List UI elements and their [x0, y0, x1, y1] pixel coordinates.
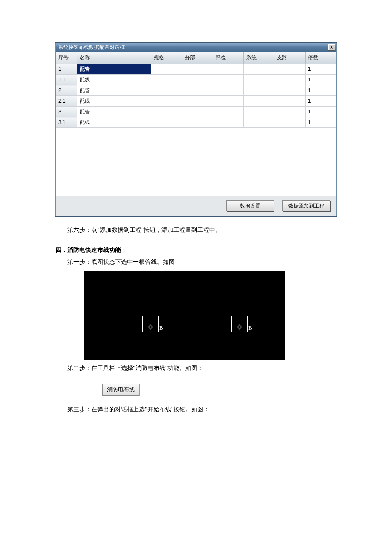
- table-row[interactable]: 3.1配线1: [56, 117, 336, 128]
- titlebar[interactable]: 系统快速布线数据配置对话框 X: [56, 43, 336, 52]
- cell-div[interactable]: [182, 117, 213, 128]
- cad-box-1: [142, 316, 159, 332]
- col-div[interactable]: 分部: [182, 52, 213, 64]
- cell-mult[interactable]: 1: [305, 96, 336, 107]
- cell-pos[interactable]: [213, 85, 243, 96]
- close-icon[interactable]: X: [328, 44, 335, 51]
- cell-div[interactable]: [182, 96, 213, 107]
- cell-spec[interactable]: [151, 85, 182, 96]
- cell-mult[interactable]: 1: [305, 64, 336, 75]
- col-mult[interactable]: 倍数: [305, 52, 336, 64]
- cell-branch[interactable]: [274, 107, 305, 117]
- step3-text: 第三步：在弹出的对话框上选"开始布线"按钮。如图：: [67, 404, 337, 416]
- table-row[interactable]: 3配管1: [56, 107, 336, 117]
- cell-name[interactable]: 配线: [77, 117, 151, 128]
- table-row[interactable]: 2.1配线1: [56, 96, 336, 107]
- data-settings-button[interactable]: 数据设置: [226, 200, 274, 211]
- cell-pos[interactable]: [213, 117, 243, 128]
- cad-label-2: B: [248, 324, 252, 331]
- cell-mult[interactable]: 1: [305, 75, 336, 85]
- col-sys[interactable]: 系统: [244, 52, 274, 64]
- cell-idx[interactable]: 3: [56, 107, 77, 117]
- cell-spec[interactable]: [151, 96, 182, 107]
- dialog-title: 系统快速布线数据配置对话框: [58, 44, 125, 51]
- cell-name[interactable]: 配管: [77, 64, 151, 75]
- cad-figure: B B: [84, 271, 285, 360]
- cell-sys[interactable]: [244, 64, 274, 75]
- cell-name[interactable]: 配管: [77, 107, 151, 117]
- cell-name[interactable]: 配线: [77, 75, 151, 85]
- cell-pos[interactable]: [213, 75, 243, 85]
- col-pos[interactable]: 部位: [213, 52, 243, 64]
- cell-div[interactable]: [182, 85, 213, 96]
- cell-branch[interactable]: [274, 64, 305, 75]
- cell-pos[interactable]: [213, 107, 243, 117]
- col-spec[interactable]: 规格: [151, 52, 182, 64]
- data-grid[interactable]: 序号 名称 规格 分部 部位 系统 支路 倍数 1配管11.1配线12配管12.…: [56, 52, 336, 196]
- cell-mult[interactable]: 1: [305, 85, 336, 96]
- cell-div[interactable]: [182, 64, 213, 75]
- step6-text: 第六步：点"添加数据到工程"按钮，添加工程量到工程中。: [67, 225, 337, 236]
- cell-pos[interactable]: [213, 96, 243, 107]
- cell-sys[interactable]: [244, 117, 274, 128]
- cell-div[interactable]: [182, 75, 213, 85]
- cell-div[interactable]: [182, 107, 213, 117]
- cell-idx[interactable]: 1.1: [56, 75, 77, 85]
- grid-blank: [56, 128, 336, 196]
- header-row: 序号 名称 规格 分部 部位 系统 支路 倍数: [56, 52, 336, 64]
- add-to-project-button[interactable]: 数据添加到工程: [282, 200, 330, 211]
- cell-spec[interactable]: [151, 107, 182, 117]
- cell-name[interactable]: 配管: [77, 85, 151, 96]
- cell-branch[interactable]: [274, 85, 305, 96]
- cell-branch[interactable]: [274, 75, 305, 85]
- cell-idx[interactable]: 1: [56, 64, 77, 75]
- section4-heading: 四．消防电快速布线功能：: [55, 244, 337, 257]
- step2-text: 第二步：在工具栏上选择"消防电布线"功能。如图：: [67, 363, 337, 374]
- cell-sys[interactable]: [244, 107, 274, 117]
- cell-spec[interactable]: [151, 75, 182, 85]
- cell-idx[interactable]: 2.1: [56, 96, 77, 107]
- cell-idx[interactable]: 2: [56, 85, 77, 96]
- cad-box-2: [231, 316, 248, 332]
- cad-label-1: B: [159, 324, 163, 331]
- cell-branch[interactable]: [274, 96, 305, 107]
- cell-sys[interactable]: [244, 75, 274, 85]
- col-branch[interactable]: 支路: [274, 52, 305, 64]
- cell-pos[interactable]: [213, 64, 243, 75]
- cell-branch[interactable]: [274, 117, 305, 128]
- cell-mult[interactable]: 1: [305, 107, 336, 117]
- col-idx[interactable]: 序号: [56, 52, 77, 64]
- step1-text: 第一步：底图状态下选中一根管线。如图: [67, 257, 337, 268]
- table-row[interactable]: 1配管1: [56, 64, 336, 75]
- cell-idx[interactable]: 3.1: [56, 117, 77, 128]
- col-name[interactable]: 名称: [77, 52, 151, 64]
- cell-spec[interactable]: [151, 117, 182, 128]
- table-row[interactable]: 2配管1: [56, 85, 336, 96]
- cell-spec[interactable]: [151, 64, 182, 75]
- button-row: 数据设置 数据添加到工程: [56, 196, 336, 216]
- fire-wiring-button[interactable]: 消防电布线: [102, 384, 139, 396]
- cell-sys[interactable]: [244, 85, 274, 96]
- config-dialog: 系统快速布线数据配置对话框 X 序号 名称 规格 分部 部位 系统 支路 倍数: [55, 43, 337, 216]
- cad-dashed-line: [157, 324, 233, 324]
- table-row[interactable]: 1.1配线1: [56, 75, 336, 85]
- cell-name[interactable]: 配线: [77, 96, 151, 107]
- cell-sys[interactable]: [244, 96, 274, 107]
- cell-mult[interactable]: 1: [305, 117, 336, 128]
